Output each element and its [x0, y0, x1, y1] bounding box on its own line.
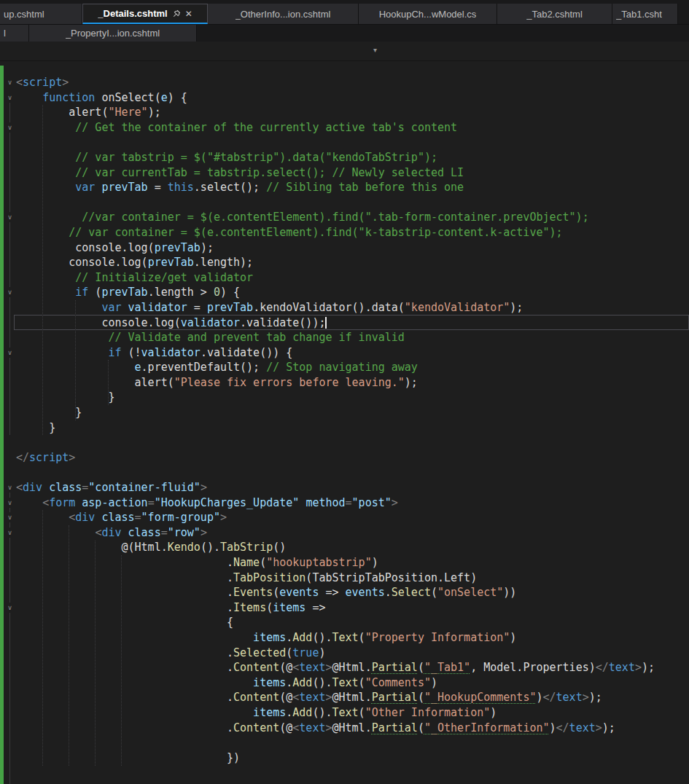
- code-line[interactable]: .Content(@<text>@Html.Partial("_OtherInf…: [0, 721, 655, 736]
- document-tab[interactable]: _Tab1.csht: [612, 4, 678, 24]
- document-tab[interactable]: HookupCh...wModel.cs: [359, 4, 497, 24]
- code-token: "HookupCharges_Update": [155, 496, 300, 509]
- code-token: >: [69, 451, 75, 464]
- code-token: text: [299, 691, 325, 704]
- code-line[interactable]: console.log(validator.validate());: [0, 315, 655, 331]
- document-tab[interactable]: _PropertyI...ion.cshtml: [29, 24, 197, 42]
- code-token: =>: [319, 586, 345, 599]
- code-line[interactable]: <div class="row">: [0, 525, 655, 541]
- code-line[interactable]: if (!validator.validate()) {: [0, 345, 655, 361]
- code-token: validator: [141, 346, 201, 359]
- code-token: (@: [279, 721, 292, 734]
- code-token: alert(: [16, 106, 108, 119]
- code-line[interactable]: var validator = prevTab.kendoValidator()…: [0, 300, 655, 315]
- code-token: .preventDefault();: [141, 361, 267, 374]
- document-tab[interactable]: _OtherInfo...ion.cshtml: [208, 4, 359, 24]
- code-line[interactable]: }: [0, 390, 655, 405]
- code-token: // Stop navigating away: [266, 361, 418, 374]
- code-line[interactable]: //var container = $(e.contentElement).fi…: [0, 210, 655, 225]
- fold-chevron-icon[interactable]: ∨: [5, 603, 15, 613]
- code-line[interactable]: .Name("hookuptabstrip"): [0, 555, 655, 571]
- code-token: }: [16, 406, 82, 419]
- code-token: =: [135, 511, 141, 524]
- code-line[interactable]: .Content(@<text>@Html.Partial("_Tab1", M…: [0, 660, 655, 675]
- code-token: true: [292, 646, 319, 659]
- code-line[interactable]: [0, 465, 655, 480]
- close-icon[interactable]: ✕: [185, 9, 192, 19]
- code-line[interactable]: items.Add().Text("Other Information"): [0, 705, 655, 721]
- document-tab-active[interactable]: _Details.cshtml✕: [82, 4, 208, 24]
- code-line[interactable]: items.Add().Text("Property Information"): [0, 630, 655, 646]
- code-line[interactable]: // Initialize/get validator: [0, 270, 655, 286]
- fold-chevron-icon[interactable]: ∨: [5, 498, 15, 508]
- code-line[interactable]: [0, 735, 655, 750]
- code-line[interactable]: <div class="container-fluid">: [0, 480, 655, 495]
- code-line[interactable]: // var container = $(e.contentElement).f…: [0, 225, 655, 240]
- fold-chevron-icon[interactable]: ∨: [5, 77, 15, 87]
- fold-chevron-icon[interactable]: ∨: [5, 512, 15, 522]
- code-line[interactable]: @(Html.Kendo().TabStrip(): [0, 540, 655, 555]
- code-token: (: [431, 586, 437, 599]
- pin-icon[interactable]: [172, 9, 181, 18]
- fold-chevron-icon[interactable]: ∨: [5, 122, 15, 133]
- code-line[interactable]: console.log(prevTab.length);: [0, 255, 655, 270]
- code-token: class: [101, 511, 134, 524]
- code-line[interactable]: items.Add().Text("Comments"): [0, 675, 655, 691]
- document-tab[interactable]: _Tab2.cshtml: [497, 4, 612, 24]
- code-line[interactable]: // Get the container of the currently ac…: [0, 120, 655, 136]
- code-line[interactable]: <script>: [0, 75, 655, 90]
- code-line[interactable]: .TabPosition(TabStripTabPosition.Left): [0, 571, 655, 586]
- code-line[interactable]: [0, 435, 655, 450]
- code-line[interactable]: var prevTab = this.select(); // Sibling …: [0, 180, 655, 195]
- code-token: prevTab: [101, 286, 147, 299]
- code-line[interactable]: // Validate and prevent tab change if in…: [0, 330, 655, 345]
- code-line[interactable]: <form asp-action="HookupCharges_Update" …: [0, 495, 655, 511]
- code-token: [16, 526, 95, 539]
- chevron-down-icon[interactable]: ▾: [373, 46, 377, 55]
- code-line[interactable]: .Items(items =>: [0, 600, 655, 616]
- fold-chevron-icon[interactable]: ∨: [5, 93, 15, 103]
- code-token: "Comments": [365, 676, 431, 689]
- code-token: );: [602, 721, 615, 734]
- code-line[interactable]: </script>: [0, 450, 655, 466]
- code-line[interactable]: {: [0, 615, 655, 630]
- tab-label: HookupCh...wModel.cs: [379, 9, 477, 20]
- document-tab[interactable]: l: [0, 24, 29, 42]
- code-line[interactable]: }: [0, 420, 655, 436]
- code-token: console.log(: [16, 256, 148, 269]
- code-line[interactable]: <div class="form-group">: [0, 510, 655, 525]
- code-line[interactable]: console.log(prevTab);: [0, 240, 655, 256]
- code-line[interactable]: .Content(@<text>@Html.Partial("_HookupCo…: [0, 690, 655, 705]
- fold-chevron-icon[interactable]: ∨: [5, 287, 15, 297]
- code-line[interactable]: // var tabstrip = $("#tabstrip").data("k…: [0, 150, 655, 165]
- code-token: <: [69, 511, 75, 524]
- code-token: =: [148, 181, 168, 194]
- code-line[interactable]: }: [0, 405, 655, 420]
- fold-chevron-icon[interactable]: ∨: [5, 482, 15, 493]
- code-token: (: [418, 721, 424, 734]
- code-editor[interactable]: <script> function onSelect(e) { alert("H…: [0, 61, 689, 784]
- fold-chevron-icon[interactable]: ∨: [5, 212, 15, 222]
- code-line[interactable]: alert("Here");: [0, 105, 655, 120]
- code-line[interactable]: if (prevTab.length > 0) {: [0, 285, 655, 300]
- code-token: }): [16, 751, 240, 764]
- code-line[interactable]: e.preventDefault(); // Stop navigating a…: [0, 360, 655, 375]
- code-token: prevTab: [101, 181, 147, 194]
- code-line[interactable]: alert("Please fix errors before leaving.…: [0, 375, 655, 391]
- code-token: [42, 481, 49, 494]
- code-line[interactable]: [0, 135, 655, 150]
- fold-chevron-icon[interactable]: ∨: [5, 528, 15, 538]
- code-line[interactable]: .Selected(true): [0, 646, 655, 661]
- code-token: this: [168, 181, 194, 194]
- code-line[interactable]: function onSelect(e) {: [0, 90, 655, 106]
- code-token: prevTab: [207, 301, 253, 314]
- code-line[interactable]: // var currentTab = tabstrip.select(); /…: [0, 165, 655, 181]
- code-token: @(Html.: [16, 541, 168, 554]
- document-tab[interactable]: up.cshtml: [0, 4, 82, 24]
- code-line[interactable]: .Events(events => events.Select("onSelec…: [0, 585, 655, 600]
- fold-chevron-icon[interactable]: ∨: [5, 348, 15, 358]
- code-line[interactable]: }): [0, 750, 655, 766]
- code-area[interactable]: <script> function onSelect(e) { alert("H…: [0, 75, 655, 765]
- code-line[interactable]: [0, 195, 655, 211]
- tab-bar-row-1: up.cshtml_Details.cshtml✕_OtherInfo...io…: [0, 0, 689, 24]
